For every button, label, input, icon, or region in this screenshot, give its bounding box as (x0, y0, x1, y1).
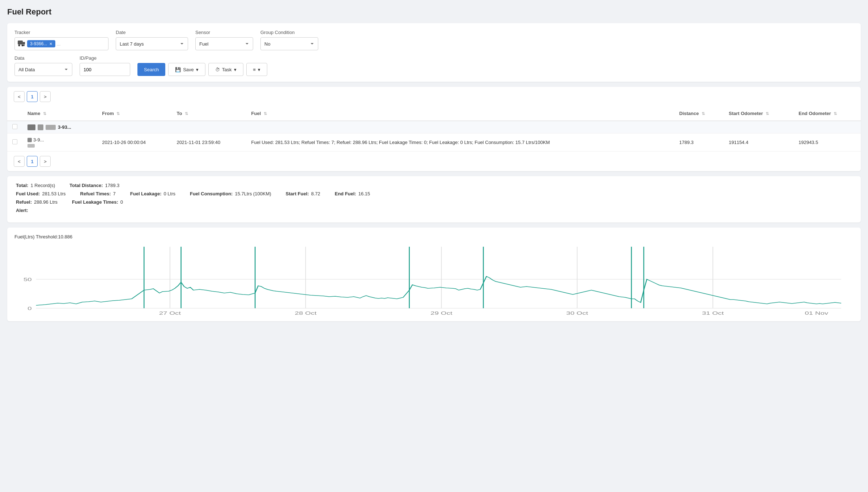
x-label-27oct: 27 Oct (159, 311, 181, 315)
x-label-29oct: 29 Oct (430, 311, 452, 315)
sensor-select[interactable]: Fuel (195, 37, 253, 50)
next-page-btn-top[interactable]: > (40, 91, 51, 102)
th-checkbox (7, 106, 22, 121)
alert-label: Alert: (16, 208, 28, 213)
total-label: Total: (16, 183, 28, 188)
fuel-leakage-times-value: 0 (120, 199, 123, 205)
truck-icon (18, 41, 25, 47)
from-sort-icon[interactable]: ⇅ (116, 111, 120, 116)
save-button[interactable]: 💾 Save ▾ (168, 63, 205, 76)
fuel-leakage-summary: Fuel Leakage: 0 Ltrs (130, 191, 175, 196)
task-icon: ⏱ (215, 67, 220, 72)
prev-page-btn-top[interactable]: < (14, 91, 25, 102)
tracker-tag-label: 3-9366... (30, 41, 47, 46)
summary-section: Total: 1 Record(s) Total Distance: 1789.… (7, 176, 861, 222)
save-dropdown-icon: ▾ (196, 67, 199, 72)
data-label: Data (14, 55, 72, 61)
distance-sort-icon[interactable]: ⇅ (702, 111, 705, 116)
page-title: Fuel Report (7, 7, 861, 17)
y-label-0: 0 (27, 306, 31, 311)
y-label-50: 50 (24, 277, 32, 282)
row-end-odo-cell: 192943.5 (793, 133, 861, 152)
start-fuel-value: 8.72 (311, 191, 320, 196)
to-sort-icon[interactable]: ⇅ (185, 111, 188, 116)
prev-page-btn-bottom[interactable]: < (14, 156, 25, 167)
row-icon-1 (27, 138, 32, 142)
task-dropdown-icon: ▾ (234, 67, 237, 72)
fuel-leakage-times-label: Fuel Leakage Times: (72, 199, 118, 205)
group-condition-select[interactable]: No (260, 37, 318, 50)
th-to[interactable]: To ⇅ (171, 106, 246, 121)
refuel-times-summary: Refuel Times: 7 (80, 191, 116, 196)
row-name-cell: 3-9... (22, 133, 97, 152)
data-select[interactable]: All Data (14, 63, 72, 76)
group-checkbox-cell (7, 121, 22, 133)
tracker-filter-group: Tracker 3-9366... × ... (14, 30, 109, 50)
current-page-bottom: 1 (27, 156, 38, 167)
tracker-label: Tracker (14, 30, 109, 35)
end-odometer-sort-icon[interactable]: ⇅ (834, 111, 837, 116)
refuel-times-value: 7 (113, 191, 116, 196)
start-odometer-sort-icon[interactable]: ⇅ (766, 111, 769, 116)
table-group-row: 3-93... (7, 121, 861, 133)
x-label-01nov: 01 Nov (805, 311, 829, 315)
fuel-sort-icon[interactable]: ⇅ (264, 111, 267, 116)
fuel-line (36, 276, 841, 305)
fuel-used-value: 281.53 Ltrs (42, 191, 65, 196)
row-start-odo-cell: 191154.4 (724, 133, 793, 152)
task-button[interactable]: ⏱ Task ▾ (208, 63, 243, 76)
tracker-placeholder: ... (57, 41, 61, 47)
table-row: 3-9... 2021-10-26 00:00:04 2021-11-01 23… (7, 133, 861, 152)
row-checkbox[interactable] (12, 139, 17, 144)
th-name[interactable]: Name ⇅ (22, 106, 97, 121)
th-from[interactable]: From ⇅ (97, 106, 171, 121)
fuel-consumption-value: 15.7Ltrs (100KM) (235, 191, 271, 196)
fuel-used-summary: Fuel Used: 281.53 Ltrs (16, 191, 66, 196)
refuel-summary: Refuel: 288.96 Ltrs (16, 199, 58, 205)
chart-container: 0 50 27 Oct (14, 243, 854, 315)
group-name-text: 3-93... (58, 124, 71, 130)
group-checkbox[interactable] (12, 124, 17, 129)
row-fuel-cell: Fuel Used: 281.53 Ltrs; Refuel Times: 7;… (246, 133, 675, 152)
th-distance[interactable]: Distance ⇅ (674, 106, 724, 121)
group-condition-label: Group Condition (260, 30, 318, 35)
svg-point-2 (18, 44, 20, 46)
search-button[interactable]: Search (137, 63, 165, 76)
refuel-times-label: Refuel Times: (80, 191, 111, 196)
th-fuel[interactable]: Fuel ⇅ (246, 106, 675, 121)
id-page-label: ID/Page (80, 55, 130, 61)
svg-point-4 (23, 44, 25, 46)
svg-rect-0 (18, 41, 23, 44)
tracker-input[interactable]: 3-9366... × ... (14, 37, 109, 50)
end-fuel-summary: End Fuel: 16.15 (335, 191, 370, 196)
date-select[interactable]: Last 7 days (116, 37, 188, 50)
tracker-tag-close[interactable]: × (49, 41, 52, 47)
group-name-cell: 3-93... (22, 121, 97, 133)
chart-title: Fuel(Ltrs) Threshold:10.886 (14, 234, 854, 239)
table-section: < 1 > Name ⇅ From ⇅ To (7, 87, 861, 171)
total-value: 1 Record(s) (30, 183, 55, 188)
th-end-odometer[interactable]: End Odometer ⇅ (793, 106, 861, 121)
name-sort-icon[interactable]: ⇅ (43, 111, 46, 116)
fuel-leakage-label: Fuel Leakage: (130, 191, 162, 196)
th-start-odometer[interactable]: Start Odometer ⇅ (724, 106, 793, 121)
end-fuel-label: End Fuel: (335, 191, 356, 196)
more-dropdown-icon: ▾ (258, 67, 260, 72)
tracker-tag[interactable]: 3-9366... × (27, 40, 55, 47)
id-page-input[interactable] (80, 63, 130, 76)
chart-section: Fuel(Ltrs) Threshold:10.886 0 50 (7, 228, 861, 321)
svg-point-3 (22, 44, 24, 46)
group-to-cell (171, 121, 246, 133)
start-fuel-summary: Start Fuel: 8.72 (286, 191, 320, 196)
next-page-btn-bottom[interactable]: > (40, 156, 51, 167)
row-to-cell: 2021-11-01 23:59:40 (171, 133, 246, 152)
x-label-28oct: 28 Oct (295, 311, 317, 315)
data-filter-group: Data All Data (14, 55, 72, 76)
more-button[interactable]: ≡ ▾ (246, 63, 268, 76)
group-sm-icon (46, 125, 56, 130)
group-condition-filter-group: Group Condition No (260, 30, 318, 50)
alert-summary: Alert: (16, 208, 30, 213)
refuel-label: Refuel: (16, 199, 32, 205)
fuel-chart: 0 50 27 Oct (14, 243, 854, 315)
data-table: Name ⇅ From ⇅ To ⇅ Fuel ⇅ (7, 106, 861, 152)
